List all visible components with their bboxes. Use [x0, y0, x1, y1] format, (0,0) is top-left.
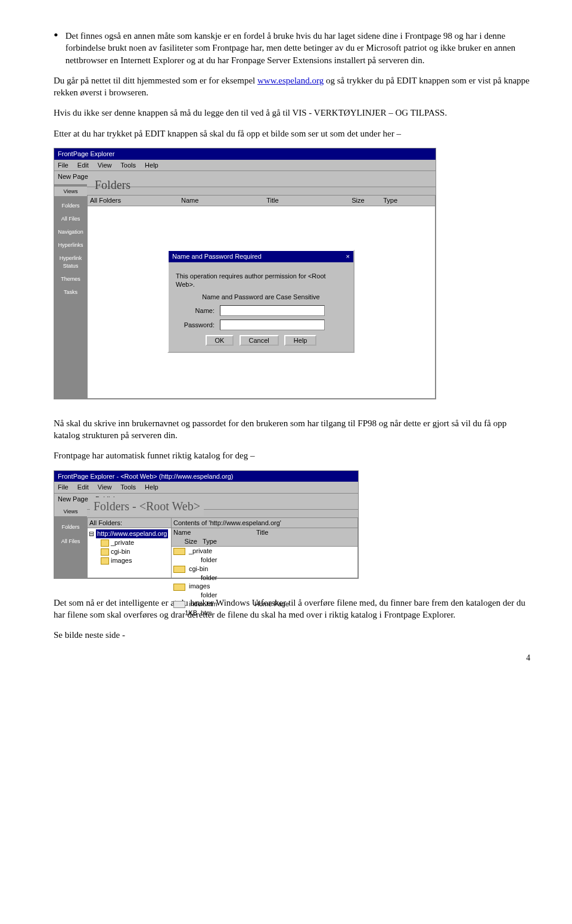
- content-header-row: All Folders Name Title Size Type: [88, 196, 435, 206]
- bullet-icon: •: [54, 29, 58, 66]
- link-espeland[interactable]: www.espeland.org: [257, 76, 324, 85]
- menu-view[interactable]: View: [98, 162, 112, 169]
- menu-view-2[interactable]: View: [98, 483, 112, 491]
- new-page-button[interactable]: New Page: [58, 173, 88, 180]
- cancel-button[interactable]: Cancel: [240, 335, 279, 346]
- menu-help-2[interactable]: Help: [145, 483, 158, 491]
- folder-icon: [101, 539, 109, 547]
- side-views-label: Views: [54, 187, 87, 196]
- list-item[interactable]: _privatefolder: [172, 547, 358, 565]
- side-hyperlink-status[interactable]: Hyperlink Status: [54, 255, 87, 269]
- folder-icon: [101, 557, 109, 565]
- para-1: Det finnes også en annen måte som kanskj…: [66, 30, 530, 66]
- list-columns: Name Title Size Type: [172, 528, 358, 547]
- menu-bar: File Edit View Tools Help: [54, 160, 436, 172]
- side-folders-2[interactable]: Folders: [54, 523, 87, 531]
- screenshot-2: FrontPage Explorer - <Root Web> (http://…: [54, 470, 359, 579]
- para-4: Etter at du har trykket på EDIT knappen …: [54, 128, 530, 139]
- name-label: Name:: [176, 306, 214, 315]
- side-hyperlinks[interactable]: Hyperlinks: [54, 241, 87, 249]
- close-icon[interactable]: ×: [346, 252, 350, 261]
- col-name-2[interactable]: Name: [172, 528, 253, 537]
- file-icon: [173, 601, 185, 608]
- folder-icon: [173, 566, 185, 573]
- para-6: Frontpage har automatisk funnet riktig k…: [54, 449, 530, 461]
- folder-tree: All Folders: ⊟ http://www.espeland.org _…: [87, 517, 174, 578]
- col-size[interactable]: Size: [352, 196, 381, 205]
- password-field[interactable]: [220, 320, 325, 330]
- side-navigation[interactable]: Navigation: [54, 228, 87, 235]
- col-type-2[interactable]: Type: [201, 537, 228, 546]
- tree-root-label: http://www.espeland.org: [96, 529, 168, 538]
- dialog-text-1: This operation requires author permissio…: [176, 272, 346, 290]
- help-button[interactable]: Help: [284, 335, 317, 346]
- tree-item-cgibin[interactable]: cgi-bin: [89, 547, 172, 556]
- screenshot-1: FrontPage Explorer File Edit View Tools …: [54, 148, 436, 399]
- ok-button[interactable]: OK: [206, 335, 234, 346]
- side-views-label-2: Views: [54, 507, 87, 516]
- file-list: Contents of 'http://www.espeland.org' Na…: [171, 517, 358, 578]
- col-size-2[interactable]: Size: [172, 537, 199, 546]
- col-name[interactable]: Name: [181, 196, 265, 205]
- list-item[interactable]: index.htmHome Page1KBhtm: [172, 600, 358, 618]
- side-allfiles-2[interactable]: All Files: [54, 538, 87, 545]
- auth-dialog: Name and Password Required × This operat…: [167, 250, 355, 353]
- menu-edit[interactable]: Edit: [77, 162, 89, 169]
- page-number: 4: [54, 653, 530, 664]
- col-title[interactable]: Title: [266, 196, 350, 205]
- views-sidebar: Views Folders All Files Navigation Hyper…: [54, 184, 87, 399]
- dialog-title: Name and Password Required: [172, 252, 262, 261]
- tree-root[interactable]: ⊟ http://www.espeland.org: [89, 529, 172, 538]
- col-allfolders: All Folders: [90, 196, 179, 205]
- col-title-2[interactable]: Title: [254, 528, 335, 537]
- dialog-titlebar: Name and Password Required ×: [169, 251, 353, 262]
- folder-icon: [101, 548, 109, 556]
- menu-file[interactable]: File: [58, 162, 69, 169]
- para-8: Se bilde neste side -: [54, 629, 530, 641]
- window-title: FrontPage Explorer: [54, 148, 436, 160]
- tree-item-private[interactable]: _private: [89, 538, 172, 547]
- window-title-2: FrontPage Explorer - <Root Web> (http://…: [54, 471, 358, 482]
- folder-icon: [173, 548, 185, 555]
- folders-header-2: Folders - <Root Web>: [90, 497, 204, 516]
- new-page-button-2[interactable]: New Page: [58, 495, 88, 503]
- menu-file-2[interactable]: File: [58, 483, 69, 491]
- side-themes[interactable]: Themes: [54, 275, 87, 283]
- menu-bar-2: File Edit View Tools Help: [54, 482, 358, 494]
- password-label: Password:: [176, 321, 214, 330]
- views-sidebar-2: Views Folders All Files: [54, 507, 87, 578]
- menu-help[interactable]: Help: [145, 162, 158, 169]
- list-item[interactable]: imagesfolder: [172, 582, 358, 600]
- tree-header: All Folders:: [88, 518, 173, 529]
- side-tasks[interactable]: Tasks: [54, 289, 87, 296]
- para-3: Hvis du ikke ser denne knappen så må du …: [54, 107, 530, 119]
- side-folders[interactable]: Folders: [54, 202, 87, 209]
- para-2a: Du går på nettet til ditt hjemmested som…: [54, 76, 257, 85]
- bullet-item: • Det finnes også en annen måte som kans…: [54, 30, 530, 66]
- list-header: Contents of 'http://www.espeland.org': [172, 518, 358, 529]
- menu-tools[interactable]: Tools: [120, 162, 136, 169]
- folders-header: Folders: [90, 175, 135, 196]
- folder-icon: [173, 584, 185, 591]
- tree-item-images[interactable]: images: [89, 556, 172, 565]
- list-item[interactable]: cgi-binfolder: [172, 565, 358, 582]
- dialog-text-2: Name and Password are Case Sensitive: [176, 293, 346, 302]
- para-2: Du går på nettet til ditt hjemmested som…: [54, 75, 530, 99]
- col-type[interactable]: Type: [383, 196, 407, 205]
- para-5: Nå skal du skrive inn brukernavnet og pa…: [54, 417, 530, 442]
- side-allfiles[interactable]: All Files: [54, 215, 87, 222]
- menu-tools-2[interactable]: Tools: [120, 483, 136, 491]
- menu-edit-2[interactable]: Edit: [77, 483, 89, 491]
- name-field[interactable]: [220, 305, 325, 316]
